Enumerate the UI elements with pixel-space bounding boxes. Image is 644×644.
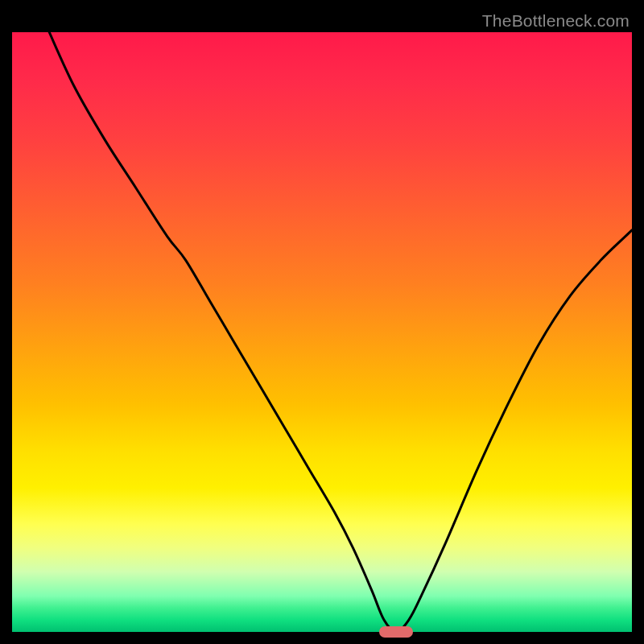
curve-svg [12,32,632,632]
minimum-marker [379,626,413,638]
watermark-text: TheBottleneck.com [482,11,630,31]
bottleneck-curve-path [49,32,632,632]
chart-container: TheBottleneck.com [0,0,644,644]
plot-area [12,32,632,632]
